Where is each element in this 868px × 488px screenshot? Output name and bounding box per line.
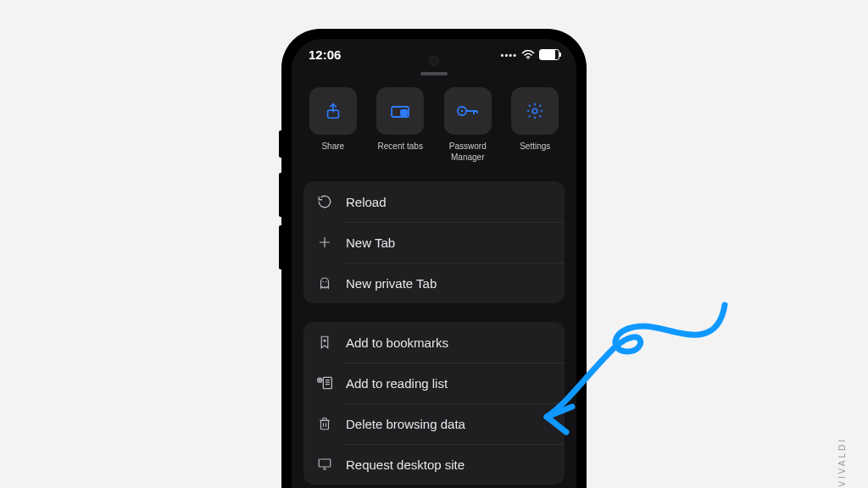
- row-label: Reload: [346, 195, 387, 209]
- tile-password-manager[interactable]: Password Manager: [438, 87, 498, 163]
- reload-icon: [315, 194, 334, 209]
- trash-icon: [315, 416, 334, 431]
- tile-label: Password Manager: [449, 141, 487, 163]
- tile-label: Recent tabs: [378, 141, 423, 162]
- brand-text: VIVALDI: [837, 437, 847, 487]
- svg-rect-9: [323, 377, 331, 388]
- tile-label: Share: [321, 141, 344, 162]
- recent-tabs-icon: [390, 103, 410, 119]
- sheet-grabber[interactable]: [420, 72, 448, 75]
- row-new-tab[interactable]: New Tab: [303, 222, 565, 263]
- front-camera: [429, 56, 439, 66]
- tile-settings[interactable]: Settings: [506, 87, 565, 163]
- svg-point-0: [527, 58, 529, 59]
- svg-point-7: [322, 281, 324, 283]
- phone-frame: 12:06 •••• Share: [281, 29, 587, 488]
- bookmark-add-icon: [315, 335, 334, 350]
- row-label: Request desktop site: [346, 458, 465, 472]
- plus-icon: [315, 235, 334, 250]
- row-reload[interactable]: Reload: [303, 181, 565, 222]
- row-label: Add to bookmarks: [346, 336, 448, 350]
- svg-point-6: [533, 108, 538, 114]
- row-label: Add to reading list: [346, 376, 448, 391]
- menu-group-2: Add to bookmarks Add to reading list Del…: [303, 322, 565, 485]
- row-label: New Tab: [346, 236, 395, 250]
- status-icons: ••••: [501, 49, 559, 60]
- reading-list-icon: [315, 375, 334, 391]
- row-add-bookmarks[interactable]: Add to bookmarks: [303, 322, 565, 363]
- tile-label: Settings: [520, 141, 550, 162]
- svg-rect-11: [321, 420, 329, 430]
- svg-point-5: [460, 110, 463, 113]
- gear-icon: [526, 102, 544, 120]
- svg-rect-3: [401, 110, 407, 115]
- row-label: Delete browsing data: [346, 417, 465, 431]
- clock: 12:06: [309, 47, 341, 62]
- tile-share[interactable]: Share: [303, 87, 363, 163]
- wifi-icon: [521, 50, 535, 60]
- ghost-icon: [315, 275, 334, 291]
- cellular-icon: ••••: [501, 50, 517, 60]
- share-icon: [324, 102, 342, 120]
- key-icon: [457, 104, 479, 118]
- brand-watermark: VIVALDI: [836, 437, 848, 488]
- phone-screen: 12:06 •••• Share: [292, 39, 576, 488]
- row-new-private-tab[interactable]: New private Tab: [303, 263, 565, 303]
- row-delete-browsing-data[interactable]: Delete browsing data: [303, 403, 565, 444]
- svg-rect-12: [319, 459, 331, 467]
- menu-sheet: Share Recent tabs Password Manager: [292, 72, 576, 485]
- battery-icon: [539, 49, 559, 60]
- quick-tiles: Share Recent tabs Password Manager: [303, 87, 565, 163]
- menu-group-1: Reload New Tab New private Tab: [303, 181, 565, 303]
- tile-recent-tabs[interactable]: Recent tabs: [371, 87, 431, 163]
- row-add-reading-list[interactable]: Add to reading list: [303, 363, 565, 403]
- row-label: New private Tab: [346, 276, 437, 291]
- svg-point-8: [326, 281, 327, 283]
- desktop-icon: [315, 457, 334, 472]
- row-request-desktop[interactable]: Request desktop site: [303, 444, 565, 485]
